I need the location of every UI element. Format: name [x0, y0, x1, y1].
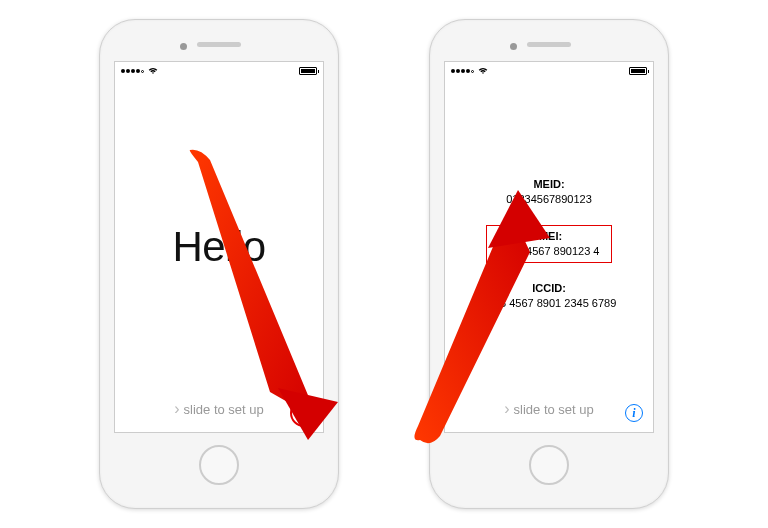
speaker-grille — [527, 42, 571, 47]
iccid-value: 0123 4567 8901 2345 6789 — [482, 296, 617, 311]
home-button[interactable] — [529, 445, 569, 485]
screen-left: Hello › slide to set up i — [114, 61, 324, 433]
hello-text: Hello — [172, 223, 265, 271]
iccid-label: ICCID: — [482, 281, 617, 296]
wifi-icon — [478, 67, 488, 75]
phone-left: Hello › slide to set up i — [99, 19, 339, 509]
slide-to-setup[interactable]: › slide to set up — [115, 400, 323, 418]
imei-block: IMEI: 01 234567 890123 4 — [486, 225, 613, 264]
meid-block: MEID: 01234567890123 — [506, 177, 592, 207]
slide-label: slide to set up — [514, 402, 594, 417]
battery-icon — [629, 67, 647, 75]
info-icon[interactable]: i — [295, 404, 313, 422]
status-bar — [445, 62, 653, 78]
chevron-right-icon: › — [174, 400, 179, 418]
signal-icon — [451, 67, 488, 75]
chevron-right-icon: › — [504, 400, 509, 418]
home-button[interactable] — [199, 445, 239, 485]
front-camera — [510, 43, 517, 50]
iccid-block: ICCID: 0123 4567 8901 2345 6789 — [482, 281, 617, 311]
info-icon[interactable]: i — [625, 404, 643, 422]
imei-value: 01 234567 890123 4 — [499, 244, 600, 259]
imei-label: IMEI: — [499, 229, 600, 244]
front-camera — [180, 43, 187, 50]
slide-to-setup[interactable]: › slide to set up — [445, 400, 653, 418]
meid-label: MEID: — [506, 177, 592, 192]
hello-area: Hello — [115, 62, 323, 432]
screen-right: MEID: 01234567890123 IMEI: 01 234567 890… — [444, 61, 654, 433]
meid-value: 01234567890123 — [506, 192, 592, 207]
device-details: MEID: 01234567890123 IMEI: 01 234567 890… — [445, 177, 653, 311]
slide-label: slide to set up — [184, 402, 264, 417]
speaker-grille — [197, 42, 241, 47]
phone-right: MEID: 01234567890123 IMEI: 01 234567 890… — [429, 19, 669, 509]
